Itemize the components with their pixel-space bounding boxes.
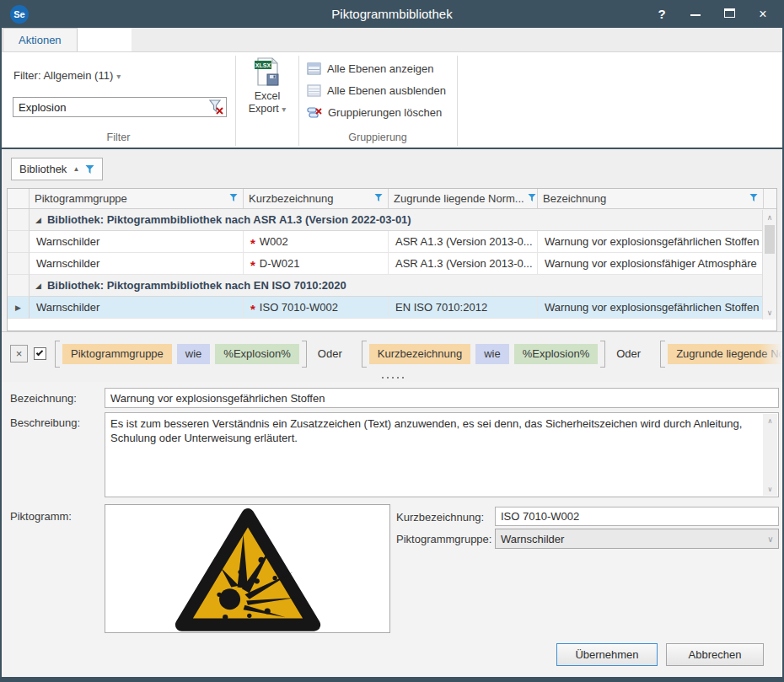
- group-row[interactable]: ◢Bibliothek: Piktogrammbibliothek nach E…: [8, 275, 776, 297]
- table-row[interactable]: Warnschilder *D-W021 ASR A1.3 (Version 2…: [8, 253, 776, 275]
- filter-funnel-icon[interactable]: [226, 192, 238, 205]
- excel-export-label-2: Export: [249, 103, 279, 115]
- current-row-arrow-icon: ▶: [15, 303, 21, 312]
- bezeichnung-label: Bezeichnung:: [10, 392, 77, 405]
- cell-norm: ASR A1.3 (Version 2013-0...: [389, 231, 538, 253]
- sort-asc-icon: ▲: [72, 165, 79, 173]
- close-button[interactable]: ×: [755, 7, 771, 22]
- required-asterisk-icon: *: [250, 239, 255, 248]
- filter-funnel-icon[interactable]: [371, 192, 383, 205]
- ribbon-separator: [235, 56, 236, 146]
- chevron-down-icon: ∨: [767, 309, 773, 317]
- ribbon-group-caption-filter: Filter: [2, 132, 235, 143]
- beschreibung-label: Beschreibung:: [10, 416, 80, 429]
- beschreibung-scrollbar[interactable]: ∧ ∨: [763, 414, 777, 496]
- beschreibung-field[interactable]: Es ist zum besseren Verständnis ein Zusa…: [105, 412, 779, 497]
- column-label: Zugrunde liegende Norm...: [394, 192, 524, 205]
- filter-funnel-icon[interactable]: [524, 192, 536, 205]
- cell-norm: EN ISO 7010:2012: [389, 297, 538, 319]
- delete-groupings-button[interactable]: Gruppierungen löschen: [307, 103, 442, 121]
- excel-export-button[interactable]: XLSX Excel Export ▾: [239, 57, 296, 115]
- filter-funnel-icon[interactable]: [746, 192, 758, 205]
- warning-explosion-pictogram: [172, 506, 324, 632]
- bracket-close: [600, 341, 605, 368]
- column-header-piktogrammgruppe[interactable]: Piktogrammgruppe: [30, 189, 244, 208]
- minimize-icon: [690, 14, 701, 16]
- show-all-levels-button[interactable]: Alle Ebenen anzeigen: [307, 59, 434, 78]
- group-chip-bibliothek[interactable]: Bibliothek ▲: [11, 158, 103, 180]
- table-row[interactable]: Warnschilder *W002 ASR A1.3 (Version 201…: [8, 231, 776, 253]
- chevron-down-icon: ∨: [768, 486, 773, 493]
- filter-value-chip[interactable]: %Explosion%: [514, 344, 599, 364]
- filter-connector[interactable]: Oder: [318, 347, 342, 360]
- kurzbezeichnung-field[interactable]: ISO 7010-W002: [495, 507, 779, 526]
- clear-filter-icon[interactable]: [207, 99, 224, 115]
- chevron-down-icon[interactable]: ∨: [763, 534, 778, 544]
- column-header-norm[interactable]: Zugrunde liegende Norm...: [389, 189, 538, 208]
- row-indicator-cell: ▶: [8, 297, 30, 319]
- cell-kurzbezeichnung: *ISO 7010-W002: [244, 297, 389, 319]
- bracket-open: [660, 341, 665, 368]
- group-by-panel: Bibliothek ▲: [7, 149, 777, 188]
- search-input[interactable]: Explosion: [13, 101, 207, 114]
- checkmark-icon: [36, 349, 43, 356]
- scroll-up-button[interactable]: ∧: [763, 210, 776, 224]
- filter-field-chip[interactable]: Kurzbezeichnung: [369, 344, 470, 364]
- scroll-down-button[interactable]: ∨: [763, 482, 777, 496]
- show-all-levels-label: Alle Ebenen anzeigen: [327, 62, 434, 75]
- help-button[interactable]: ?: [654, 7, 669, 21]
- piktogrammgruppe-select[interactable]: Warnschilder ∨: [495, 529, 779, 549]
- column-header-bezeichnung[interactable]: Bezeichnung: [538, 189, 764, 208]
- cell-bezeichnung: Warnung vor explosionsgefährlichen Stoff…: [538, 231, 764, 253]
- maximize-button[interactable]: [722, 8, 737, 20]
- column-header-kurzbezeichnung[interactable]: Kurzbezeichnung: [244, 189, 389, 208]
- table-row-selected[interactable]: ▶ Warnschilder *ISO 7010-W002 EN ISO 701…: [8, 297, 776, 319]
- minimize-button[interactable]: [688, 8, 703, 20]
- row-indicator-cell: [8, 231, 30, 253]
- splitter-handle[interactable]: [2, 375, 782, 382]
- filter-scope-dropdown[interactable]: Filter: Allgemein (11)▾: [13, 69, 121, 82]
- required-asterisk-icon: *: [250, 305, 255, 314]
- help-icon: ?: [658, 7, 665, 21]
- splitter-dots-icon: [392, 377, 394, 379]
- ribbon-separator: [457, 56, 458, 146]
- ribbon: Filter: Allgemein (11)▾ Explosion Filter…: [2, 52, 782, 148]
- remove-filter-button[interactable]: ×: [10, 345, 28, 362]
- filter-operator-chip[interactable]: wie: [475, 344, 509, 364]
- abbrechen-button[interactable]: Abbrechen: [666, 643, 764, 666]
- bezeichnung-field[interactable]: Warnung vor explosionsgefährlichen Stoff…: [105, 388, 779, 408]
- uebernehmen-button[interactable]: Übernehmen: [556, 643, 658, 666]
- chevron-up-icon: ∧: [768, 417, 773, 425]
- row-indicator-cell: [8, 209, 30, 231]
- tab-aktionen[interactable]: Aktionen: [3, 28, 78, 51]
- scroll-down-button[interactable]: ∨: [763, 305, 776, 320]
- collapse-group-icon[interactable]: ◢: [35, 216, 41, 224]
- grid-header-gutter: [8, 189, 30, 208]
- tab-blank[interactable]: [78, 27, 132, 51]
- filter-enabled-checkbox[interactable]: [34, 347, 46, 360]
- group-row[interactable]: ◢Bibliothek: Piktogrammbibliothek nach A…: [8, 209, 776, 231]
- delete-groupings-label: Gruppierungen löschen: [328, 106, 442, 119]
- ribbon-tabstrip: Aktionen: [2, 28, 782, 52]
- filter-field-chip[interactable]: Piktogrammgruppe: [62, 344, 172, 364]
- filter-connector[interactable]: Oder: [616, 347, 641, 360]
- filter-value-chip[interactable]: %Explosion%: [215, 344, 299, 364]
- bracket-open: [362, 341, 367, 368]
- column-label: Bezeichnung: [543, 192, 606, 205]
- funnel-clear-svg: [207, 99, 224, 115]
- close-small-icon: ×: [16, 347, 23, 360]
- cell-piktogrammgruppe: Warnschilder: [30, 253, 244, 275]
- hide-levels-icon: [307, 84, 321, 97]
- cell-bezeichnung: Warnung vor explosionsfähiger Atmosphäre: [538, 253, 764, 275]
- titlebar: Se Piktogrammbibliothek ? ×: [2, 0, 782, 28]
- row-indicator-cell: [8, 253, 30, 275]
- scrollbar-thumb[interactable]: [765, 225, 775, 254]
- collapse-group-icon[interactable]: ◢: [35, 282, 41, 290]
- cell-kurzbezeichnung: *W002: [244, 231, 389, 253]
- column-label: Piktogrammgruppe: [35, 192, 127, 205]
- hide-all-levels-button[interactable]: Alle Ebenen ausblenden: [307, 81, 446, 99]
- scroll-up-button[interactable]: ∧: [763, 414, 777, 427]
- filter-funnel-icon[interactable]: [85, 164, 94, 175]
- grid-vertical-scrollbar[interactable]: ∧ ∨: [762, 210, 776, 320]
- filter-operator-chip[interactable]: wie: [177, 344, 211, 364]
